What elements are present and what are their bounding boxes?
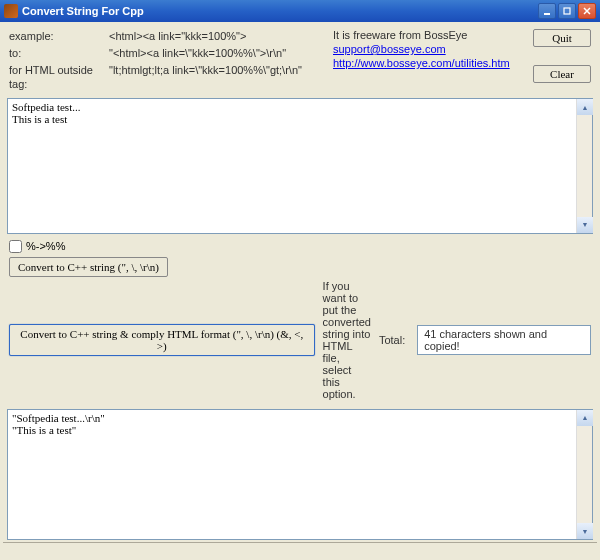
close-button[interactable] [578, 3, 596, 19]
maximize-button[interactable] [558, 3, 576, 19]
scroll-up-icon[interactable]: ▲ [577, 99, 593, 115]
svg-rect-1 [564, 8, 570, 14]
examples-panel: example: <html><a link="kkk=100%"> to: "… [9, 29, 323, 94]
support-email-link[interactable]: support@bosseye.com [333, 43, 523, 55]
scroll-down-icon[interactable]: ▼ [577, 523, 593, 539]
scroll-down-icon[interactable]: ▼ [577, 217, 593, 233]
clear-button[interactable]: Clear [533, 65, 591, 83]
quit-button[interactable]: Quit [533, 29, 591, 47]
window-controls [538, 3, 596, 19]
titlebar: Convert String For Cpp [0, 0, 600, 22]
to-value: "<html><a link=\"kkk=100%%\">\r\n" [109, 46, 286, 60]
output-textarea[interactable] [8, 410, 576, 540]
total-label: Total: [379, 334, 405, 346]
to-label: to: [9, 46, 109, 60]
percent-checkbox[interactable] [9, 240, 22, 253]
statusbar [3, 542, 597, 557]
window-title: Convert String For Cpp [22, 5, 538, 17]
about-panel: It is freeware from BossEye support@boss… [333, 29, 523, 94]
example-value: <html><a link="kkk=100%"> [109, 29, 246, 43]
output-textarea-wrap: ▲ ▼ [7, 409, 593, 541]
app-icon [4, 4, 18, 18]
input-scrollbar[interactable]: ▲ ▼ [576, 99, 592, 233]
percent-checkbox-label: %->%% [26, 240, 65, 252]
content-area: example: <html><a link="kkk=100%"> to: "… [0, 22, 600, 560]
convert-hint: If you want to put the converted string … [323, 280, 371, 400]
html-value: "lt;htmlgt;lt;a link=\"kkk=100%%\"gt;\r\… [109, 63, 302, 91]
convert-cpp-button[interactable]: Convert to C++ string (", \, \r\n) [9, 257, 168, 277]
convert-cpp-html-button[interactable]: Convert to C++ string & comply HTML form… [9, 324, 315, 356]
svg-rect-0 [544, 13, 550, 15]
html-label: for HTML outside tag: [9, 63, 109, 91]
top-info: example: <html><a link="kkk=100%"> to: "… [3, 25, 597, 96]
total-value: 41 characters shown and copied! [417, 325, 591, 355]
controls-panel: %->%% Convert to C++ string (", \, \r\n)… [3, 236, 597, 407]
output-scrollbar[interactable]: ▲ ▼ [576, 410, 592, 540]
minimize-button[interactable] [538, 3, 556, 19]
side-buttons: Quit Clear [533, 29, 591, 94]
input-textarea[interactable] [8, 99, 576, 233]
website-link[interactable]: http://www.bosseye.com/utilities.htm [333, 57, 523, 69]
input-textarea-wrap: ▲ ▼ [7, 98, 593, 234]
example-label: example: [9, 29, 109, 43]
freeware-text: It is freeware from BossEye [333, 29, 523, 41]
scroll-up-icon[interactable]: ▲ [577, 410, 593, 426]
